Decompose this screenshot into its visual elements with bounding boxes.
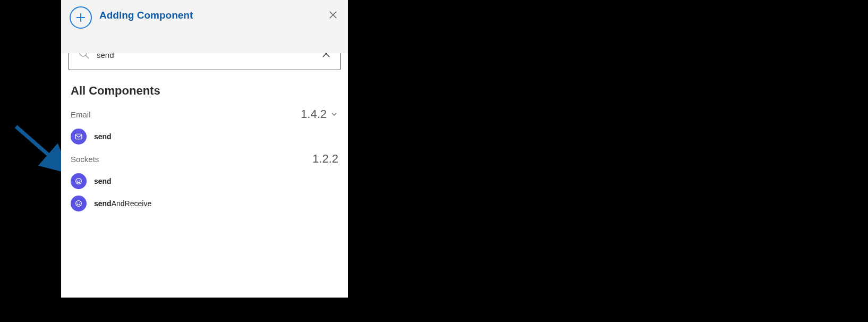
match-text: send xyxy=(94,177,112,185)
rest-text: AndReceive xyxy=(112,199,152,208)
component-item[interactable]: send xyxy=(61,170,348,192)
component-item-label: send xyxy=(94,132,112,141)
plus-icon xyxy=(70,6,92,29)
svg-point-13 xyxy=(76,201,82,207)
group-version[interactable]: 1.4.2 xyxy=(301,107,338,121)
socket-icon xyxy=(71,173,87,189)
svg-line-0 xyxy=(16,126,66,170)
socket-icon xyxy=(71,196,87,211)
version-text: 1.4.2 xyxy=(301,107,327,121)
chevron-down-icon xyxy=(330,110,338,118)
svg-point-11 xyxy=(78,180,78,181)
svg-point-10 xyxy=(76,179,82,184)
version-text: 1.2.2 xyxy=(312,152,338,166)
svg-line-6 xyxy=(86,56,89,59)
group-name: Sockets xyxy=(71,155,99,164)
match-text: send xyxy=(94,132,112,141)
close-icon xyxy=(328,10,338,20)
component-item[interactable]: sendAndReceive xyxy=(61,192,348,215)
group-name: Email xyxy=(71,110,91,119)
svg-point-12 xyxy=(79,180,80,181)
section-title: All Components xyxy=(71,84,338,98)
group-version: 1.2.2 xyxy=(312,152,338,166)
envelope-icon xyxy=(71,129,87,145)
panel-header: Adding Component xyxy=(61,0,348,53)
component-item-label: send xyxy=(94,177,112,185)
panel-title: Adding Component xyxy=(99,10,193,21)
component-group-header: Sockets1.2.2 xyxy=(61,148,348,170)
svg-rect-9 xyxy=(75,134,82,139)
match-text: send xyxy=(94,199,112,208)
svg-point-15 xyxy=(79,202,80,203)
component-list: Email1.4.2sendSockets1.2.2sendsendAndRec… xyxy=(61,103,348,215)
component-group-header[interactable]: Email1.4.2 xyxy=(61,103,348,125)
svg-point-14 xyxy=(78,202,78,203)
add-component-panel: Adding Component All Components Email1.4… xyxy=(61,0,348,298)
component-item[interactable]: send xyxy=(61,125,348,148)
component-item-label: sendAndReceive xyxy=(94,199,151,208)
close-button[interactable] xyxy=(328,10,338,22)
